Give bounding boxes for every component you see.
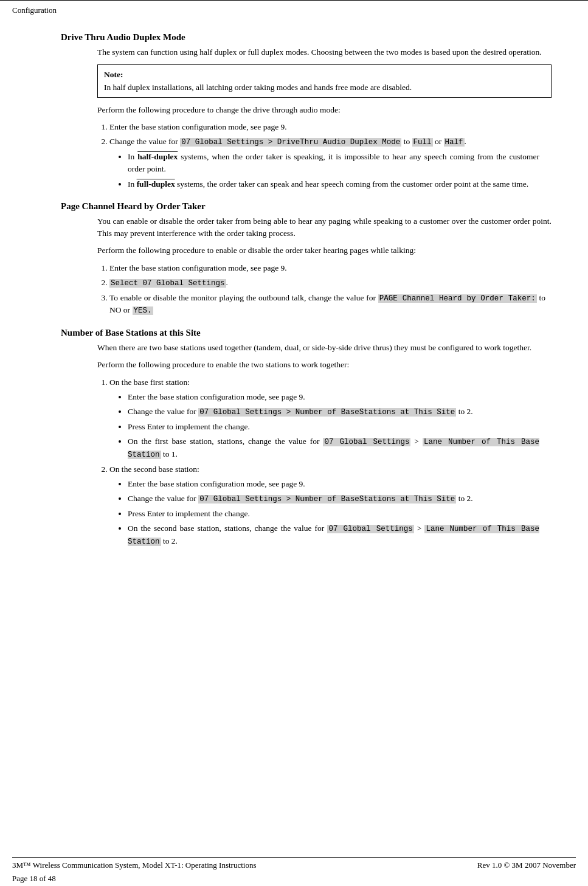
bs1b2-after: to 2. <box>456 407 472 416</box>
note-box: Note: In half duplex installations, all … <box>97 64 552 98</box>
step-2: Change the value for 07 Global Settings … <box>109 136 545 190</box>
page-channel-intro1: You can enable or disable the order take… <box>97 215 552 240</box>
bullet-half-duplex: In half-duplex systems, when the order t… <box>128 151 539 176</box>
bullet2-rest: systems, the order taker can speak and h… <box>175 179 528 189</box>
bs1b4-before: On the first base station, stations, cha… <box>128 437 323 446</box>
bs1-bullet-4: On the first base station, stations, cha… <box>128 435 539 461</box>
bs-step1-label: On the base first station: <box>109 378 190 387</box>
step2-code3: Half <box>444 138 465 147</box>
footer-right: Rev 1.0 © 3M 2007 November <box>477 860 576 870</box>
bs2b2-code1: 07 Global Settings > Number of BaseStati… <box>198 495 456 504</box>
pc-step-1: Enter the base station configuration mod… <box>109 262 545 274</box>
section-drive-thru-heading: Drive Thru Audio Duplex Mode <box>61 32 564 43</box>
pc-step-3: To enable or disable the monitor playing… <box>109 292 545 317</box>
note-title: Note: <box>104 70 123 79</box>
bs2-bullet-1: Enter the base station configuration mod… <box>128 478 539 490</box>
drive-thru-intro: The system can function using half duple… <box>97 46 552 58</box>
step2-text-before: Change the value for <box>109 137 180 146</box>
page-channel-steps: Enter the base station configuration mod… <box>97 262 552 317</box>
pc-step2-period: . <box>226 278 228 287</box>
bullet2-in: In <box>128 179 137 189</box>
footer-page: Page 18 of 48 <box>12 874 56 883</box>
bs-step2-label: On the second base station: <box>109 465 199 474</box>
pc-step3-no: NO or <box>109 305 133 314</box>
step2-to: to <box>401 137 412 146</box>
content-area: Drive Thru Audio Duplex Mode The system … <box>0 15 588 708</box>
drive-thru-procedure-intro: Perform the following procedure to chang… <box>97 104 552 116</box>
bs2b2-after: to 2. <box>456 494 472 503</box>
bs1b2-code1: 07 Global Settings > Number of BaseStati… <box>198 408 456 417</box>
bs-step-1: On the base first station: Enter the bas… <box>109 376 545 461</box>
footer-left: 3M™ Wireless Communication System, Model… <box>12 860 256 870</box>
pc-step3-code1: PAGE Channel Heard by Order Taker: <box>378 294 537 303</box>
bs-step-2: On the second base station: Enter the ba… <box>109 463 545 548</box>
header: Configuration <box>0 3 588 15</box>
bs1b4-code1: 07 Global Settings <box>323 438 410 446</box>
bs1-bullet-1: Enter the base station configuration mod… <box>128 391 539 403</box>
bullet1-in: In <box>128 152 137 161</box>
bs2b4-after: to 2. <box>161 536 178 545</box>
bs2-bullet-4: On the second base station, stations, ch… <box>128 522 539 548</box>
half-duplex-text: half-duplex <box>137 152 178 161</box>
bs1b4-after: to 1. <box>161 449 178 459</box>
section-base-stations-heading: Number of Base Stations at this Site <box>61 328 564 338</box>
header-border <box>0 0 588 1</box>
bs2b4-gt: > <box>414 524 425 533</box>
bs2b4-code1: 07 Global Settings <box>327 525 413 533</box>
pc-step-2: Select 07 Global Settings. <box>109 277 545 289</box>
pc-step3-to: to <box>537 293 545 302</box>
drive-thru-steps: Enter the base station configuration mod… <box>97 121 552 190</box>
header-title: Configuration <box>12 5 57 15</box>
base-stations-steps: On the base first station: Enter the bas… <box>97 376 552 548</box>
step-1: Enter the base station configuration mod… <box>109 121 545 133</box>
bs2-bullet-3: Press Enter to implement the change. <box>128 508 539 520</box>
base-stations-intro1: When there are two base stations used to… <box>97 342 552 354</box>
step2-period: . <box>465 137 466 146</box>
full-duplex-text: full-duplex <box>137 179 175 189</box>
bs1b4-gt: > <box>410 437 422 446</box>
page-channel-intro2: Perform the following procedure to enabl… <box>97 244 552 257</box>
section-page-channel-heading: Page Channel Heard by Order Taker <box>61 201 564 212</box>
bs1b2-before: Change the value for <box>128 407 198 416</box>
step2-code1: 07 Global Settings > DriveThru Audio Dup… <box>180 138 401 147</box>
bs2b2-before: Change the value for <box>128 494 198 503</box>
pc-step3-code2: YES. <box>133 306 153 315</box>
step2-code2: Full <box>412 138 433 147</box>
bs2b4-before: On the second base station, stations, ch… <box>128 524 327 533</box>
pc-step3-text-before: To enable or disable the monitor playing… <box>109 293 378 302</box>
bs1-bullet-2: Change the value for 07 Global Settings … <box>128 406 539 418</box>
bs1-bullet-3: Press Enter to implement the change. <box>128 421 539 433</box>
bs2-bullet-2: Change the value for 07 Global Settings … <box>128 493 539 505</box>
bullet1-rest: systems, when the order taker is speakin… <box>128 152 539 173</box>
step2-or: or <box>433 137 444 146</box>
note-body: In half duplex installations, all latchi… <box>104 83 412 92</box>
bullet-full-duplex: In full-duplex systems, the order taker … <box>128 178 539 190</box>
footer: 3M™ Wireless Communication System, Model… <box>0 858 588 873</box>
base-stations-intro2: Perform the following procedure to enabl… <box>97 359 552 371</box>
pc-step2-code: Select 07 Global Settings <box>109 279 226 288</box>
